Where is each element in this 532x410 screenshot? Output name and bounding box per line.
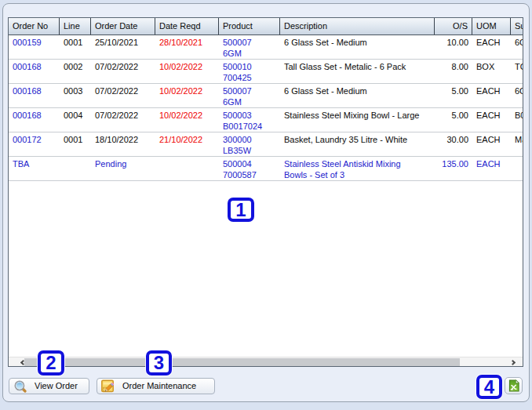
cell-date_reqd: 21/10/2022 — [155, 132, 219, 156]
cell-line — [60, 157, 91, 180]
cell-date_reqd: 28/10/2021 — [155, 35, 219, 59]
scrollbar-thumb[interactable] — [24, 358, 460, 366]
cell-uom: EACH — [472, 108, 511, 132]
cell-os: 5.00 — [435, 84, 472, 107]
cell-order_date: 07/02/2022 — [91, 84, 155, 107]
chevron-right-icon — [509, 359, 515, 365]
order-maintenance-button[interactable]: Order Maintenance — [97, 378, 215, 394]
cell-order_no: 000168 — [9, 84, 60, 107]
cell-description: 6 Glass Set - Medium — [280, 35, 435, 59]
column-header-product[interactable]: Product — [219, 18, 280, 34]
view-order-button[interactable]: View Order — [9, 378, 89, 394]
column-header-description[interactable]: Description — [280, 18, 435, 34]
cell-line: 0003 — [60, 84, 91, 107]
cell-order_no: 000168 — [9, 60, 60, 83]
cell-os: 135.00 — [435, 157, 472, 180]
cell-product: 5000076GM — [219, 35, 280, 59]
cell-order_date: 18/10/2022 — [91, 132, 155, 156]
cell-date_reqd — [155, 157, 219, 180]
cell-description: 6 Glass Set - Medium — [280, 84, 435, 107]
column-header-line[interactable]: Line — [60, 18, 91, 34]
cell-supplier: B0 — [511, 108, 523, 132]
excel-export-icon — [508, 379, 519, 392]
export-excel-button[interactable] — [505, 377, 523, 394]
column-header-supplier[interactable]: Su — [511, 18, 523, 34]
cell-description: Tall Glass Set - Metalic - 6 Pack — [280, 60, 435, 83]
cell-supplier: TG — [511, 60, 523, 83]
column-header-os[interactable]: O/S — [435, 18, 472, 34]
order-maintenance-label: Order Maintenance — [118, 381, 202, 391]
cell-uom: EACH — [472, 132, 511, 156]
cell-date_reqd: 10/02/2022 — [155, 60, 219, 83]
cell-os: 5.00 — [435, 108, 472, 132]
cell-uom: EACH — [472, 157, 511, 180]
column-header-order_date[interactable]: Order Date — [91, 18, 155, 34]
callout-1: 1 — [228, 198, 254, 222]
cell-product: 5000076GM — [219, 84, 280, 107]
grid-header: Order NoLineOrder DateDate ReqdProductDe… — [9, 18, 523, 35]
orders-grid: Order NoLineOrder DateDate ReqdProductDe… — [8, 17, 523, 367]
cell-os: 10.00 — [435, 35, 472, 59]
cell-product: 500003B0017024 — [219, 108, 280, 132]
cell-uom: EACH — [472, 35, 511, 59]
table-row[interactable]: 000172000118/10/202221/10/2022300000LB35… — [9, 132, 523, 157]
column-header-date_reqd[interactable]: Date Reqd — [155, 18, 219, 34]
cell-os: 8.00 — [435, 60, 472, 83]
callout-2-label: 2 — [46, 354, 56, 372]
cell-description: Stainless Steel Antiskid MixingBowls - S… — [280, 157, 435, 180]
cell-order_no: 000172 — [9, 132, 60, 156]
table-row[interactable]: 000168000307/02/202210/02/20225000076GM6… — [9, 84, 523, 108]
table-row[interactable]: 000168000207/02/202210/02/20225000107004… — [9, 60, 523, 84]
cell-date_reqd: 10/02/2022 — [155, 84, 219, 107]
cell-uom: EACH — [472, 84, 511, 107]
grid-body: 000159000125/10/202128/10/20215000076GM6… — [9, 35, 523, 181]
cell-date_reqd: 10/02/2022 — [155, 108, 219, 132]
cell-supplier: 6G — [511, 84, 523, 107]
cell-description: Stainless Steel Mixing Bowl - Large — [280, 108, 435, 132]
cell-line: 0004 — [60, 108, 91, 132]
view-order-label: View Order — [30, 381, 84, 391]
table-row[interactable]: 000159000125/10/202128/10/20215000076GM6… — [9, 35, 523, 60]
callout-4-label: 4 — [484, 378, 494, 397]
note-pencil-icon — [101, 379, 115, 393]
cell-order_date: 07/02/2022 — [91, 108, 155, 132]
cell-order_date: Pending — [91, 157, 155, 180]
cell-order_date: 25/10/2021 — [91, 35, 155, 59]
cell-order_no: 000159 — [9, 35, 60, 59]
column-header-uom[interactable]: UOM — [472, 18, 511, 34]
magnifier-icon — [13, 379, 27, 393]
cell-product: 300000LB35W — [219, 132, 280, 156]
callout-3: 3 — [146, 350, 172, 376]
table-row[interactable]: TBAPending5000047000587Stainless Steel A… — [9, 157, 523, 181]
cell-order_no: TBA — [9, 157, 60, 180]
cell-order_date: 07/02/2022 — [91, 60, 155, 83]
callout-4: 4 — [476, 375, 502, 399]
callout-1-label: 1 — [235, 201, 246, 220]
scroll-right-button[interactable] — [506, 357, 520, 367]
table-row[interactable]: 000168000407/02/202210/02/2022500003B001… — [9, 108, 523, 132]
cell-supplier: Ma — [511, 132, 523, 156]
cell-product: 5000047000587 — [219, 157, 280, 180]
cell-order_no: 000168 — [9, 108, 60, 132]
cell-line: 0001 — [60, 132, 91, 156]
cell-uom: BOX — [472, 60, 511, 83]
cell-supplier: 6G — [511, 35, 523, 59]
callout-2: 2 — [38, 350, 64, 376]
cell-supplier — [511, 157, 523, 180]
cell-line: 0002 — [60, 60, 91, 83]
cell-product: 500010700425 — [219, 60, 280, 83]
callout-3-label: 3 — [154, 354, 164, 372]
column-header-order_no[interactable]: Order No — [9, 18, 60, 34]
cell-description: Basket, Laundry 35 Litre - White — [280, 132, 435, 156]
cell-os: 30.00 — [435, 132, 472, 156]
cell-line: 0001 — [60, 35, 91, 59]
horizontal-scrollbar[interactable] — [9, 357, 523, 366]
